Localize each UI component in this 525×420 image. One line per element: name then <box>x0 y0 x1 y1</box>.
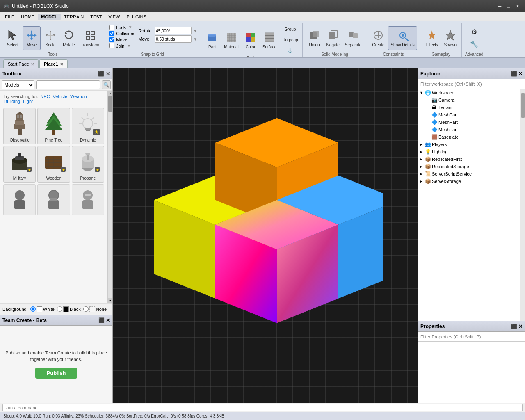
lock-checkbox[interactable] <box>109 25 114 30</box>
team-create-close-button[interactable]: ✕ <box>106 317 110 323</box>
tree-item-camera[interactable]: 📷 Camera <box>418 96 520 104</box>
maximize-button[interactable]: □ <box>504 2 513 10</box>
tree-item-meshpart-1[interactable]: 🔷 MeshPart <box>418 111 520 119</box>
part-button[interactable]: Part <box>203 28 221 52</box>
toolbox-item-8[interactable] <box>37 184 70 215</box>
suggestion-vehicle[interactable]: Vehicle <box>53 94 67 99</box>
move-checkbox-row[interactable]: Move <box>109 37 135 42</box>
toolbox-item-dynamic[interactable]: ★ Dynamic <box>72 108 104 144</box>
tree-item-baseplate[interactable]: 🟫 Baseplate <box>418 133 520 141</box>
bg-none-radio[interactable] <box>83 306 89 312</box>
tree-item-replicated-first[interactable]: ▶ 📦 ReplicatedFirst <box>418 155 520 163</box>
toolbox-item-pinetree[interactable]: Pine Tree <box>37 108 70 144</box>
toolbox-item-7[interactable] <box>3 184 36 215</box>
toolbox-item-propane[interactable]: ★ Propane <box>72 146 104 183</box>
scroll-up-button[interactable]: ▲ <box>108 91 112 96</box>
menu-terrain[interactable]: TERRAIN <box>61 14 87 20</box>
negate-button[interactable]: Negate <box>324 26 342 50</box>
properties-search-input[interactable] <box>418 332 525 341</box>
explorer-scrollbar-thumb[interactable] <box>521 93 525 118</box>
collisions-checkbox-row[interactable]: Collisions <box>109 31 135 36</box>
properties-close-button[interactable]: ✕ <box>518 324 523 329</box>
toolbox-item-9[interactable] <box>72 184 104 215</box>
create-constraint-button[interactable]: Create <box>370 26 387 50</box>
suggestion-light[interactable]: Light <box>23 99 33 104</box>
group-button[interactable]: Group <box>281 24 299 34</box>
tab-start-page[interactable]: Start Page ✕ <box>3 59 39 68</box>
menu-test[interactable]: TEST <box>87 14 105 20</box>
join-checkbox[interactable] <box>109 43 114 48</box>
tree-item-workspace[interactable]: ▼ 🌐 Workspace <box>418 89 520 96</box>
close-button[interactable]: ✕ <box>514 2 522 10</box>
publish-button[interactable]: Publish <box>35 368 78 379</box>
transform-button[interactable]: Transform <box>79 26 101 50</box>
properties-search[interactable] <box>418 332 525 342</box>
players-arrow[interactable]: ▶ <box>420 142 425 146</box>
lock-checkbox-row[interactable]: Lock ▼ <box>109 25 135 30</box>
bg-white-radio[interactable] <box>30 306 36 312</box>
effects-button[interactable]: Effects <box>423 26 441 50</box>
explorer-search-input[interactable] <box>418 79 525 89</box>
color-button[interactable]: Color <box>242 28 259 52</box>
serverstorage-arrow[interactable]: ▶ <box>420 179 425 183</box>
show-details-button[interactable]: Show Details <box>388 26 417 50</box>
separate-button[interactable]: Separate <box>343 26 364 50</box>
toolbox-item-observation[interactable]: Observatic <box>3 108 36 144</box>
toolbox-search-input[interactable] <box>36 80 100 89</box>
suggestion-building[interactable]: Building <box>4 99 20 104</box>
collisions-checkbox[interactable] <box>109 31 114 36</box>
ungroup-button[interactable]: Ungroup <box>281 34 299 45</box>
team-create-popout-button[interactable]: ⬛ <box>98 317 105 323</box>
menu-file[interactable]: FILE <box>2 14 18 20</box>
explorer-close-button[interactable]: ✕ <box>518 71 523 77</box>
bg-black-radio[interactable] <box>57 306 62 312</box>
menu-model[interactable]: MODEL <box>38 14 61 20</box>
repfirst-arrow[interactable]: ▶ <box>420 157 425 161</box>
tab-start-page-close[interactable]: ✕ <box>31 62 34 66</box>
bg-black-button[interactable]: Black <box>57 306 81 312</box>
toolbox-item-military[interactable]: ★ Military <box>3 146 36 183</box>
menu-plugins[interactable]: PLUGINS <box>123 14 150 20</box>
anchor-button[interactable]: ⚓ <box>281 45 299 56</box>
workspace-arrow[interactable]: ▼ <box>420 91 425 95</box>
toolbox-category-select[interactable]: Models Decals Meshes <box>2 80 34 89</box>
move-checkbox[interactable] <box>109 37 114 42</box>
adv-tools-button[interactable]: 🔧 <box>468 39 480 50</box>
tree-item-replicated-storage[interactable]: ▶ 📦 ReplicatedStorage <box>418 163 520 170</box>
toolbox-popout-button[interactable]: ⬛ <box>98 71 104 77</box>
menu-view[interactable]: VIEW <box>105 14 123 20</box>
move-button[interactable]: Move <box>23 26 41 50</box>
spawn-button[interactable]: Spawn <box>442 26 459 50</box>
sss-arrow[interactable]: ▶ <box>420 172 425 176</box>
scale-button[interactable]: Scale <box>42 26 59 50</box>
tree-item-meshpart-2[interactable]: 🔷 MeshPart <box>418 119 520 126</box>
material-button[interactable]: Material <box>222 28 241 52</box>
move-value-input[interactable] <box>155 35 192 43</box>
menu-home[interactable]: HOME <box>18 14 38 20</box>
tree-item-lighting[interactable]: ▶ 💡 Lighting <box>418 148 520 155</box>
tree-item-server-storage[interactable]: ▶ 📦 ServerStorage <box>418 178 520 185</box>
command-input[interactable] <box>2 404 523 411</box>
bg-none-button[interactable]: None <box>83 306 107 312</box>
union-button[interactable]: Union <box>306 26 323 50</box>
toolbox-item-wooden[interactable]: ★ Wooden <box>37 146 70 183</box>
tab-place1[interactable]: Place1 ✕ <box>39 59 68 68</box>
rotate-input[interactable] <box>155 27 192 34</box>
join-checkbox-row[interactable]: Join ▼ <box>109 43 135 48</box>
properties-popout-button[interactable]: ⬛ <box>511 324 517 329</box>
explorer-popout-button[interactable]: ⬛ <box>511 71 517 77</box>
tree-item-server-script-service[interactable]: ▶ 📜 ServerScriptService <box>418 170 520 178</box>
scroll-down-button[interactable]: ▼ <box>108 298 112 303</box>
explorer-search[interactable] <box>418 79 525 89</box>
select-button[interactable]: Select <box>4 26 21 50</box>
toolbox-close-button[interactable]: ✕ <box>106 71 110 77</box>
suggestion-npc[interactable]: NPC <box>40 94 50 99</box>
tree-item-meshpart-3[interactable]: 🔷 MeshPart <box>418 126 520 133</box>
adv-settings-button[interactable]: ⚙ <box>468 26 480 38</box>
tab-place1-close[interactable]: ✕ <box>60 62 63 66</box>
toolbox-search-button[interactable]: 🔍 <box>102 80 111 89</box>
repstorage-arrow[interactable]: ▶ <box>420 164 425 169</box>
viewport[interactable] <box>113 68 418 403</box>
suggestion-weapon[interactable]: Weapon <box>70 94 87 99</box>
tree-item-terrain[interactable]: 🏔 Terrain <box>418 104 520 111</box>
